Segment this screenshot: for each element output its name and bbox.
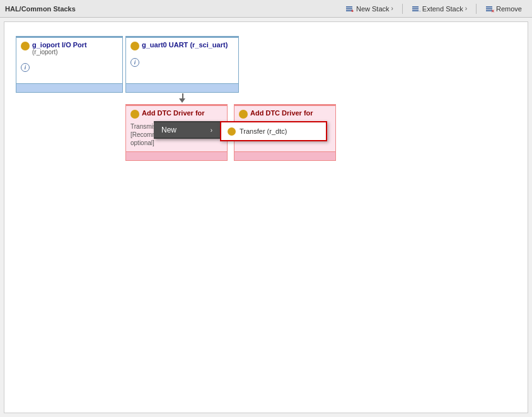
- ioport-title: g_ioport I/O Port: [32, 41, 87, 49]
- uart-title: g_uart0 UART (r_sci_uart): [142, 41, 228, 49]
- dtc1-footer: [126, 151, 227, 160]
- uart-info-icon: i: [130, 58, 139, 67]
- ioport-icon: [21, 42, 30, 50]
- submenu-transfer-label: Transfer (r_dtc): [240, 127, 287, 135]
- dtc1-title: Add DTC Driver for: [142, 109, 205, 117]
- svg-text:+: +: [351, 9, 354, 13]
- ioport-card-header: g_ioport I/O Port (r_ioport): [16, 38, 122, 58]
- svg-rect-4: [412, 6, 419, 8]
- extend-stack-label: Extend Stack: [422, 5, 463, 13]
- dtc1-body-line3: optional]: [130, 139, 223, 147]
- context-menu-new-item[interactable]: New ›: [154, 122, 220, 138]
- dtc2-header: Add DTC Driver for: [234, 106, 335, 121]
- title-bar: HAL/Common Stacks + New Stack › → Extend…: [0, 0, 532, 18]
- toolbar-separator: [402, 4, 403, 14]
- toolbar: + New Stack › → Extend Stack › ✕: [340, 3, 527, 15]
- svg-rect-0: [346, 6, 352, 8]
- dtc1-header: Add DTC Driver for: [126, 106, 227, 121]
- toolbar-separator-2: [476, 4, 477, 14]
- uart-card[interactable]: g_uart0 UART (r_sci_uart) i: [125, 36, 239, 93]
- extend-stack-chevron: ›: [465, 5, 467, 12]
- page-title: HAL/Common Stacks: [5, 5, 76, 13]
- svg-text:→: →: [417, 9, 420, 13]
- uart-card-header: g_uart0 UART (r_sci_uart): [126, 38, 238, 53]
- ioport-subtitle: (r_ioport): [32, 49, 87, 56]
- connector-arrow: [179, 98, 185, 103]
- dtc1-icon: [130, 110, 139, 119]
- submenu-transfer-item[interactable]: Transfer (r_dtc): [221, 124, 326, 139]
- ioport-info-icon: i: [21, 63, 30, 72]
- context-menu-new-label: New: [161, 126, 176, 134]
- dtc2-footer: [234, 151, 335, 160]
- submenu-item-icon: [228, 127, 236, 136]
- new-stack-chevron: ›: [391, 5, 393, 12]
- new-stack-label: New Stack: [356, 5, 390, 13]
- uart-card-footer: [126, 83, 238, 92]
- new-stack-button[interactable]: + New Stack ›: [340, 3, 398, 15]
- uart-icon: [130, 42, 139, 50]
- dtc2-icon: [239, 110, 248, 119]
- dtc2-title: Add DTC Driver for: [250, 109, 313, 117]
- remove-label: Remove: [496, 5, 522, 13]
- ioport-card[interactable]: g_ioport I/O Port (r_ioport) i: [16, 36, 123, 93]
- svg-text:✕: ✕: [491, 9, 494, 13]
- submenu: Transfer (r_dtc): [220, 121, 327, 141]
- extend-stack-button[interactable]: → Extend Stack ›: [407, 3, 472, 15]
- context-menu-arrow: ›: [211, 127, 212, 134]
- svg-rect-8: [486, 6, 492, 8]
- ioport-card-footer: [16, 83, 122, 92]
- remove-button[interactable]: ✕ Remove: [480, 3, 527, 15]
- canvas-area: g_ioport I/O Port (r_ioport) i g_uart0 U…: [4, 21, 528, 413]
- context-menu: New ›: [154, 121, 220, 139]
